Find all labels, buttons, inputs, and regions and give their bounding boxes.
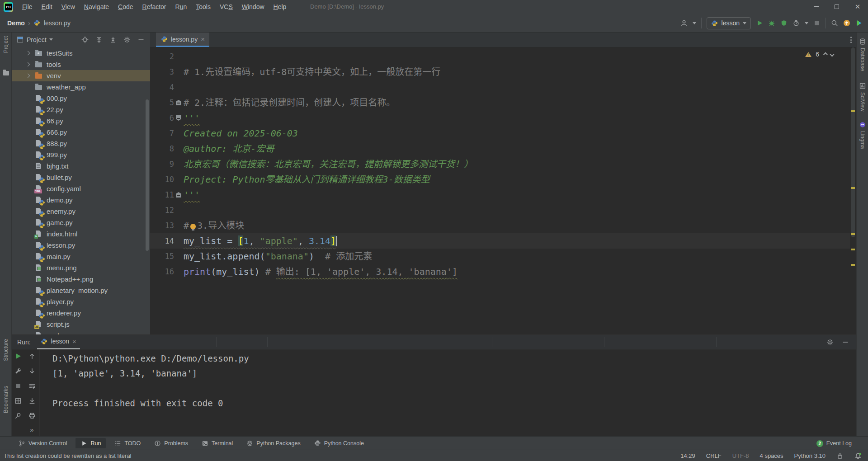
folder-icon[interactable] xyxy=(0,70,12,75)
print-icon[interactable] xyxy=(28,412,36,419)
tree-item-venv[interactable]: venv xyxy=(12,70,150,81)
expand-arrow-icon[interactable] xyxy=(26,51,30,56)
next-warning-icon[interactable] xyxy=(830,52,835,56)
menu-code[interactable]: Code xyxy=(113,0,137,14)
tool-window-button-run[interactable]: Run xyxy=(75,438,106,448)
intention-bulb-icon[interactable] xyxy=(190,224,196,229)
tool-window-button-python-packages[interactable]: Python Packages xyxy=(241,438,305,448)
tree-item-tools[interactable]: tools xyxy=(12,59,150,70)
line-number[interactable]: 14 xyxy=(150,233,174,249)
code-line-13[interactable]: 13#3.导入模块 xyxy=(150,218,850,233)
database-icon[interactable] xyxy=(857,38,868,45)
gear-icon[interactable] xyxy=(123,36,131,43)
menu-navigate[interactable]: Navigate xyxy=(80,0,113,14)
tree-item-enemy-py[interactable]: enemy.py xyxy=(12,206,150,217)
previous-warning-icon[interactable] xyxy=(823,52,828,56)
sciview-icon[interactable] xyxy=(857,82,868,89)
line-number[interactable]: 2 xyxy=(150,49,174,64)
close-icon[interactable]: × xyxy=(72,338,76,345)
minimize-button[interactable] xyxy=(806,0,826,14)
project-view-dropdown-icon[interactable] xyxy=(49,38,53,41)
pin-tab-icon[interactable] xyxy=(14,412,22,419)
hide-panel-icon[interactable] xyxy=(137,36,145,43)
code-line-9[interactable]: 9北京宏哥（微信搜索：北京宏哥，关注宏哥，提前解锁更多测试干货！） xyxy=(150,156,850,172)
tree-item-index-html[interactable]: Hindex.html xyxy=(12,228,150,240)
collapse-all-icon[interactable] xyxy=(109,36,117,43)
search-everywhere-icon[interactable] xyxy=(831,19,838,27)
tool-window-button-python-console[interactable]: Python Console xyxy=(309,438,369,448)
menu-edit[interactable]: Edit xyxy=(37,0,57,14)
tree-item-lesson-py[interactable]: lesson.py xyxy=(12,240,150,251)
code-line-6[interactable]: 6''' xyxy=(150,110,850,126)
tool-window-button-problems[interactable]: Problems xyxy=(149,438,193,448)
tree-item-testsuits[interactable]: testSuits xyxy=(12,47,150,59)
line-number[interactable]: 5 xyxy=(150,95,174,110)
code-line-3[interactable]: 3# 1.先设置编码，utf-8可支持中英文，如上，一般放在第一行 xyxy=(150,64,850,80)
up-stack-icon[interactable] xyxy=(28,353,36,360)
update-icon[interactable] xyxy=(843,19,850,27)
tab-structure-stripe[interactable]: Structure xyxy=(0,339,12,361)
fold-marker-icon[interactable] xyxy=(176,100,181,105)
expand-arrow-icon[interactable] xyxy=(26,62,30,67)
tree-item-666-py[interactable]: 666.py xyxy=(12,127,150,138)
tab-project-stripe[interactable]: Project xyxy=(0,36,12,53)
profiler-dropdown-icon[interactable] xyxy=(805,22,808,24)
code-line-2[interactable]: 2 xyxy=(150,49,850,64)
tree-item-888-py[interactable]: 888.py xyxy=(12,138,150,149)
code-line-14[interactable]: 14my_list = [1, "apple", 3.14] xyxy=(150,233,850,249)
run-button[interactable] xyxy=(756,19,763,27)
tool-window-button-version-control[interactable]: Version Control xyxy=(14,438,72,448)
expand-all-icon[interactable] xyxy=(95,36,103,43)
code-line-11[interactable]: 11''' xyxy=(150,187,850,202)
line-number[interactable]: 16 xyxy=(150,264,174,279)
tree-item-notepad-png[interactable]: Notepad++.png xyxy=(12,273,150,285)
event-log-button[interactable]: 2 Event Log xyxy=(816,437,852,450)
menu-help[interactable]: Help xyxy=(269,0,291,14)
profiler-button[interactable] xyxy=(793,19,800,27)
hide-panel-icon[interactable] xyxy=(842,339,849,346)
encoding-selector[interactable]: UTF-8 xyxy=(732,452,749,459)
code-line-15[interactable]: 15my_list.append("banana") # 添加元素 xyxy=(150,249,850,264)
code-line-10[interactable]: 10Project: Python零基础从入门到精通详细教程3-数据类型 xyxy=(150,172,850,187)
tab-bookmarks-stripe[interactable]: Bookmarks xyxy=(0,386,12,413)
tree-item-script-js[interactable]: JSscript.js xyxy=(12,319,150,330)
line-number[interactable]: 13 xyxy=(150,218,174,233)
breadcrumb-project[interactable]: Demo xyxy=(7,19,25,27)
menu-run[interactable]: Run xyxy=(171,0,192,14)
editor-scrollbar[interactable] xyxy=(850,47,856,334)
tool-window-button-todo[interactable]: TODO xyxy=(109,438,146,448)
tree-item-snake-game-py[interactable]: snake_game.py xyxy=(12,330,150,334)
fold-marker-icon[interactable] xyxy=(176,115,181,121)
notifications-bell-icon[interactable] xyxy=(854,452,862,460)
restore-layout-icon[interactable] xyxy=(14,397,22,405)
line-number[interactable]: 4 xyxy=(150,80,174,95)
run-tab-lesson[interactable]: lesson × xyxy=(37,335,80,349)
rerun-button[interactable] xyxy=(14,353,22,360)
coverage-button[interactable] xyxy=(780,19,788,27)
menu-refactor[interactable]: Refactor xyxy=(138,0,171,14)
fold-marker-icon[interactable] xyxy=(176,192,181,198)
line-number[interactable]: 11 xyxy=(150,187,174,202)
tab-lingma-stripe[interactable]: Lingma xyxy=(857,131,868,149)
tree-item-game-py[interactable]: game.py xyxy=(12,217,150,228)
menu-vcs[interactable]: VCS xyxy=(215,0,237,14)
tree-item-main-py[interactable]: main.py xyxy=(12,251,150,262)
code-area[interactable]: 23# 1.先设置编码，utf-8可支持中英文，如上，一般放在第一行45# 2.… xyxy=(150,47,850,334)
inspections-widget[interactable]: 6 xyxy=(805,51,834,58)
plugin-icon[interactable] xyxy=(855,19,863,27)
tree-item-bjhg-txt[interactable]: bjhg.txt xyxy=(12,160,150,172)
code-line-5[interactable]: 5# 2.注释：包括记录创建时间，创建人，项目名称。 xyxy=(150,95,850,110)
close-icon[interactable]: × xyxy=(201,35,205,43)
tree-item-menu-png[interactable]: menu.png xyxy=(12,262,150,273)
line-number[interactable]: 6 xyxy=(150,110,174,126)
console-output[interactable]: D:\Python\python.exe D:/Demo/lesson.py[1… xyxy=(40,350,856,436)
soft-wrap-icon[interactable] xyxy=(28,382,36,390)
close-button[interactable]: ✕ xyxy=(847,0,868,14)
expand-arrow-icon[interactable] xyxy=(26,74,30,78)
code-line-7[interactable]: 7Created on 2025-06-03 xyxy=(150,126,850,141)
tree-item-weather-app[interactable]: weather_app xyxy=(12,81,150,93)
tree-item-demo-py[interactable]: demo.py xyxy=(12,194,150,206)
tool-window-button-terminal[interactable]: Terminal xyxy=(197,438,238,448)
run-configuration-select[interactable]: lesson xyxy=(707,17,751,29)
code-line-4[interactable]: 4 xyxy=(150,80,850,95)
